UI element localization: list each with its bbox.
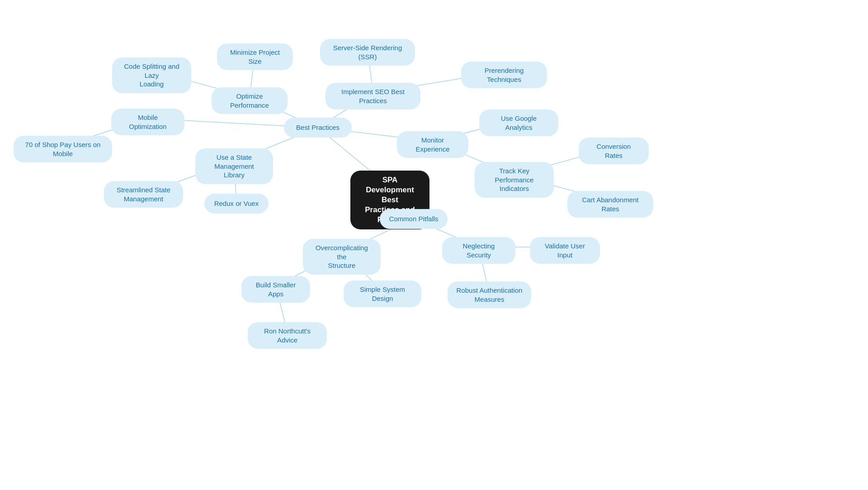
node-cart-abandonment[interactable]: Cart Abandonment Rates: [567, 191, 653, 218]
node-server-side-rendering[interactable]: Server-Side Rendering (SSR): [320, 39, 415, 66]
node-best-practices[interactable]: Best Practices: [284, 118, 352, 138]
node-minimize-project-size[interactable]: Minimize Project Size: [217, 43, 293, 70]
node-robust-auth[interactable]: Robust Authentication Measures: [448, 281, 531, 308]
node-prerendering[interactable]: Prerendering Techniques: [461, 62, 547, 88]
node-optimize-performance[interactable]: Optimize Performance: [212, 87, 288, 114]
node-overcomplicating[interactable]: Overcomplicating the Structure: [303, 239, 381, 275]
node-redux-vuex[interactable]: Redux or Vuex: [204, 194, 269, 214]
node-ron-northcutt[interactable]: Ron Northcutt's Advice: [248, 322, 327, 349]
node-neglecting-security[interactable]: Neglecting Security: [442, 237, 515, 264]
node-monitor-experience[interactable]: Monitor Experience: [397, 131, 468, 158]
node-common-pitfalls[interactable]: Common Pitfalls: [380, 209, 448, 229]
node-build-smaller-apps[interactable]: Build Smaller Apps: [241, 276, 310, 303]
node-validate-user-input[interactable]: Validate User Input: [530, 237, 600, 264]
node-track-kpi[interactable]: Track Key Performance Indicators: [475, 162, 554, 198]
node-shop-pay-mobile[interactable]: 70 of Shop Pay Users on Mobile: [14, 136, 112, 162]
node-code-splitting[interactable]: Code Splitting and Lazy Loading: [112, 57, 191, 93]
node-use-google-analytics[interactable]: Use Google Analytics: [479, 109, 558, 136]
node-implement-seo[interactable]: Implement SEO Best Practices: [326, 83, 420, 109]
node-mobile-optimization[interactable]: Mobile Optimization: [111, 109, 184, 135]
node-use-state-management[interactable]: Use a State Management Library: [195, 148, 273, 184]
node-streamlined-state[interactable]: Streamlined State Management: [104, 181, 183, 208]
node-conversion-rates[interactable]: Conversion Rates: [579, 138, 649, 164]
node-simple-system-design[interactable]: Simple System Design: [344, 281, 421, 307]
